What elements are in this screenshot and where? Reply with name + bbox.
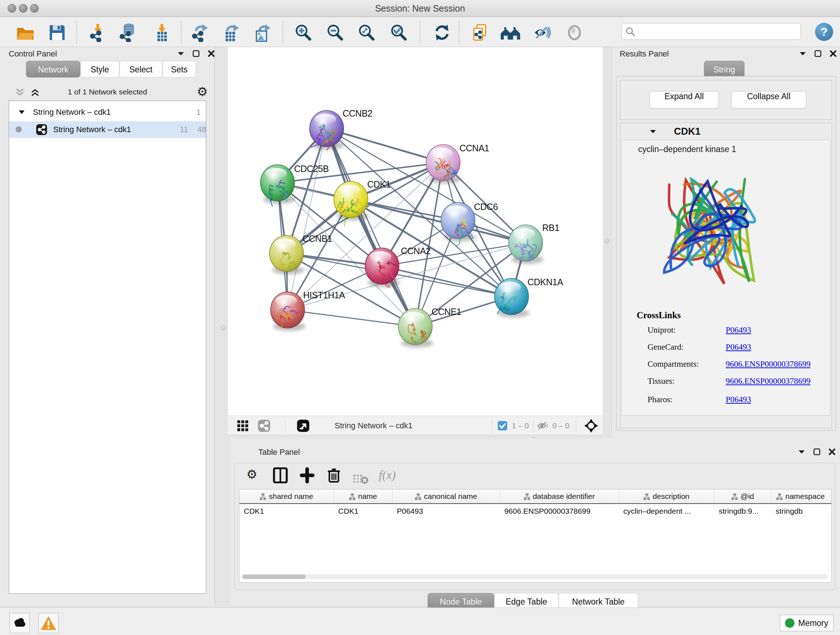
show-columns-icon[interactable] <box>272 467 288 483</box>
collapse-all-button[interactable]: Collapse All <box>731 91 806 109</box>
horizontal-scrollbar[interactable] <box>242 574 828 579</box>
node-label-hist1h1a: HIST1H1A <box>303 290 345 300</box>
export-table-icon <box>223 23 241 42</box>
export-image-button[interactable] <box>253 23 272 42</box>
import-database-button[interactable] <box>118 23 137 42</box>
zoom-out-button[interactable] <box>325 23 344 42</box>
cloud-status-button[interactable] <box>9 613 30 633</box>
column-header-0[interactable]: shared name <box>240 489 334 503</box>
table-cell[interactable]: P06493 <box>397 507 499 516</box>
help-button[interactable]: ? <box>815 23 833 41</box>
clone-network-button[interactable] <box>470 23 489 42</box>
maximize-panel-icon[interactable] <box>813 448 821 455</box>
tab-select[interactable]: Select <box>119 61 163 78</box>
column-header-1[interactable]: name <box>334 489 393 503</box>
grid-view-icon[interactable] <box>237 420 248 432</box>
crosslink-link[interactable]: 9606.ENSP00000378699 <box>726 359 811 369</box>
create-column-icon[interactable] <box>299 467 315 483</box>
node-label-ccnb1: CCNB1 <box>302 233 332 244</box>
crosslink-link[interactable]: P06493 <box>726 395 751 404</box>
table-cell[interactable]: CDK1 <box>244 507 332 516</box>
scrollbar-thumb[interactable] <box>242 575 306 579</box>
table-cell[interactable]: CDK1 <box>338 507 391 516</box>
expand-all-button[interactable]: Expand All <box>649 91 719 109</box>
memory-status-dot <box>785 618 794 628</box>
network-options-gear-icon[interactable]: ⚙ <box>197 86 208 98</box>
float-panel-icon[interactable] <box>799 51 806 56</box>
network-view-title: String Network – cdk1 <box>335 421 412 431</box>
table-cell[interactable]: stringdb <box>775 507 832 516</box>
node-label-cdc6: CDC6 <box>474 202 498 212</box>
toolbar-divider <box>492 418 493 433</box>
open-session-button[interactable] <box>16 23 35 42</box>
protein-section-header[interactable]: CDK1 <box>621 123 832 140</box>
node-table: shared namenamecanonical namedatabase id… <box>239 489 832 583</box>
memory-button[interactable]: Memory <box>780 615 834 631</box>
string-results-box: Expand All Collapse All CDK1 cyclin–depe… <box>616 76 836 431</box>
open-folder-icon <box>16 23 35 42</box>
import-table-button[interactable] <box>152 23 171 42</box>
crosslink-link[interactable]: 9606.ENSP00000378699 <box>726 377 811 386</box>
save-session-button[interactable] <box>48 23 66 42</box>
tree-expander-icon[interactable] <box>19 110 25 114</box>
hide-labels-button[interactable] <box>565 23 584 42</box>
network-canvas[interactable]: CCNB2CCNA1CDC25BCDK1CDC6RB1CCNB1CCNA2CDK… <box>228 47 603 416</box>
left-splitter-handle[interactable] <box>221 325 226 330</box>
tab-network[interactable]: Network <box>26 61 80 78</box>
refresh-layout-button[interactable] <box>433 23 452 42</box>
section-expander-icon[interactable] <box>649 129 657 134</box>
search-input[interactable] <box>638 25 797 38</box>
import-table-icon <box>152 23 171 42</box>
birdseye-view-icon[interactable] <box>297 419 309 432</box>
search-icon <box>625 27 636 37</box>
crosslink-link[interactable]: P06493 <box>726 325 751 335</box>
close-panel-icon[interactable] <box>829 50 837 57</box>
zoom-selected-button[interactable] <box>389 23 408 42</box>
network-row-selected[interactable]: String Network – cdk1 11 48 <box>9 121 206 138</box>
tab-style[interactable]: Style <box>80 61 119 78</box>
network-graph[interactable]: CCNB2CCNA1CDC25BCDK1CDC6RB1CCNB1CCNA2CDK… <box>228 47 603 416</box>
import-network-button[interactable] <box>88 23 107 42</box>
zoom-in-button[interactable] <box>294 23 313 42</box>
table-cell[interactable]: cyclin–dependent ... <box>623 507 713 516</box>
selected-checkbox-icon[interactable] <box>497 421 508 431</box>
fit-content-crosshair-icon[interactable] <box>584 419 598 432</box>
hidden-eye-icon[interactable] <box>537 421 549 431</box>
column-header-4[interactable]: description <box>619 489 714 503</box>
column-header-2[interactable]: canonical name <box>393 489 500 503</box>
table-options-gear-icon[interactable]: ⚙ <box>246 468 262 484</box>
function-builder-button-disabled[interactable]: f(x) <box>379 468 411 484</box>
maximize-panel-icon[interactable] <box>814 50 821 57</box>
column-header-3[interactable]: database identifier <box>500 489 619 503</box>
close-panel-icon[interactable] <box>208 50 215 57</box>
toolbar-separator <box>181 21 182 43</box>
tab-sets[interactable]: Sets <box>163 61 196 78</box>
warning-status-button[interactable] <box>38 613 58 633</box>
column-header-6[interactable]: namespace <box>771 489 832 503</box>
close-panel-icon[interactable] <box>829 448 836 455</box>
share-view-icon[interactable] <box>257 419 271 432</box>
export-network-button[interactable] <box>191 23 210 42</box>
window-titlebar: Session: New Session <box>0 0 840 17</box>
table-cell[interactable]: 9606.ENSP00000378699 <box>504 507 617 516</box>
delete-column-trash-icon[interactable] <box>326 467 342 483</box>
maximize-panel-icon[interactable] <box>193 50 200 57</box>
crosslink-link[interactable]: P06493 <box>726 342 751 352</box>
edge-count: 48 <box>192 125 206 134</box>
selected-count: 1 – 0 <box>512 421 529 430</box>
tab-string-results[interactable]: String <box>704 61 745 78</box>
zoom-fit-button[interactable] <box>357 23 376 42</box>
float-panel-icon[interactable] <box>798 449 805 454</box>
delete-table-icon-disabled[interactable] <box>353 471 369 487</box>
export-table-button[interactable] <box>223 23 241 42</box>
show-glass-ball-button[interactable] <box>533 23 552 42</box>
network-collection-row[interactable]: String Network – cdk1 1 <box>9 104 206 120</box>
column-header-5[interactable]: @id <box>714 489 771 503</box>
table-cell[interactable]: stringdb:9... <box>719 507 770 516</box>
network-selection-status: 1 of 1 Network selected <box>9 88 206 96</box>
zoom-in-icon <box>294 23 313 42</box>
right-splitter-handle[interactable] <box>605 239 609 243</box>
float-panel-icon[interactable] <box>177 51 185 56</box>
string-home-button[interactable] <box>500 23 519 42</box>
zoom-out-icon <box>325 23 344 42</box>
